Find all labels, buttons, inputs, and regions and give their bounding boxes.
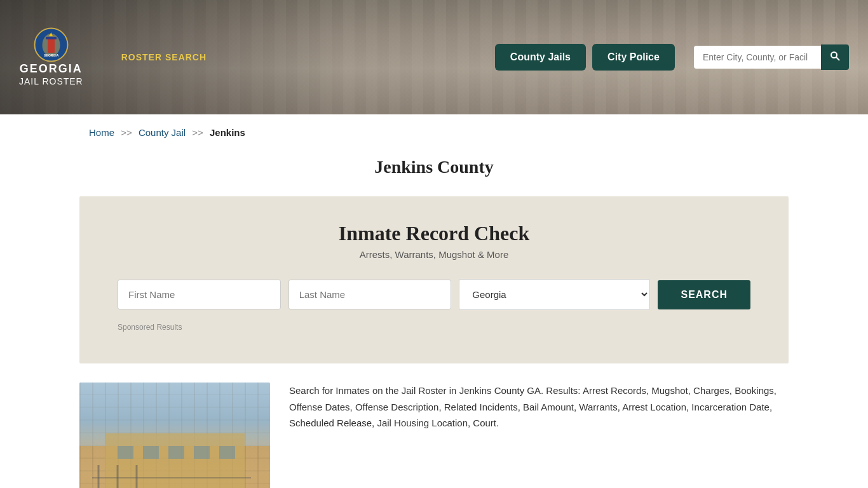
search-icon: [830, 51, 840, 61]
svg-rect-18: [194, 446, 210, 459]
logo-georgia: GEORGIA: [19, 62, 83, 76]
jail-building-icon: [79, 383, 270, 488]
breadcrumb-current: Jenkins: [210, 127, 245, 138]
inmate-form: AlabamaAlaskaArizonaArkansasCaliforniaCo…: [118, 279, 750, 310]
inmate-check-subtitle: Arrests, Warrants, Mugshot & More: [118, 249, 750, 260]
header: GEORGIA GEORGIA JAIL ROSTER ROSTER SEARC…: [0, 0, 868, 114]
inmate-search-button[interactable]: SEARCH: [658, 280, 750, 309]
breadcrumb-sep2: >>: [192, 127, 203, 138]
inmate-check-title: Inmate Record Check: [118, 222, 750, 245]
svg-rect-10: [105, 433, 245, 488]
logo-text: GEORGIA JAIL ROSTER: [19, 62, 83, 86]
svg-rect-16: [143, 446, 159, 459]
svg-rect-3: [46, 37, 57, 39]
city-police-button[interactable]: City Police: [592, 44, 675, 71]
breadcrumb-county-jail[interactable]: County Jail: [139, 127, 186, 138]
last-name-input[interactable]: [288, 280, 452, 309]
nav-area: ROSTER SEARCH: [121, 51, 207, 63]
logo-area: GEORGIA GEORGIA JAIL ROSTER: [19, 27, 83, 86]
description-text: Search for Inmates on the Jail Roster in…: [289, 383, 789, 431]
roster-search-link[interactable]: ROSTER SEARCH: [121, 52, 207, 62]
county-jails-button[interactable]: County Jails: [495, 44, 586, 71]
breadcrumb-home[interactable]: Home: [89, 127, 114, 138]
georgia-seal-icon: GEORGIA: [34, 27, 69, 62]
breadcrumb-sep1: >>: [121, 127, 132, 138]
svg-rect-19: [219, 446, 235, 459]
first-name-input[interactable]: [118, 280, 281, 309]
svg-text:GEORGIA: GEORGIA: [44, 53, 59, 57]
state-select[interactable]: AlabamaAlaskaArizonaArkansasCaliforniaCo…: [459, 279, 650, 310]
header-search-input[interactable]: [694, 46, 821, 69]
nav-buttons: County Jails City Police: [495, 44, 849, 71]
jail-image: [79, 383, 270, 488]
svg-rect-17: [168, 446, 184, 459]
svg-point-6: [831, 52, 837, 58]
header-content: GEORGIA GEORGIA JAIL ROSTER ROSTER SEARC…: [0, 0, 868, 114]
page-title-section: Jenkins County: [0, 157, 868, 177]
inmate-check-section: Inmate Record Check Arrests, Warrants, M…: [79, 196, 789, 363]
breadcrumb: Home >> County Jail >> Jenkins: [0, 114, 868, 151]
page-title: Jenkins County: [0, 157, 868, 177]
bottom-content: Search for Inmates on the Jail Roster in…: [0, 363, 868, 488]
svg-rect-15: [118, 446, 133, 459]
logo-jail-roster: JAIL ROSTER: [19, 76, 83, 87]
header-search-button[interactable]: [821, 44, 849, 70]
header-search-area: [694, 44, 849, 70]
sponsored-results: Sponsored Results: [118, 323, 750, 332]
svg-line-7: [836, 57, 839, 60]
